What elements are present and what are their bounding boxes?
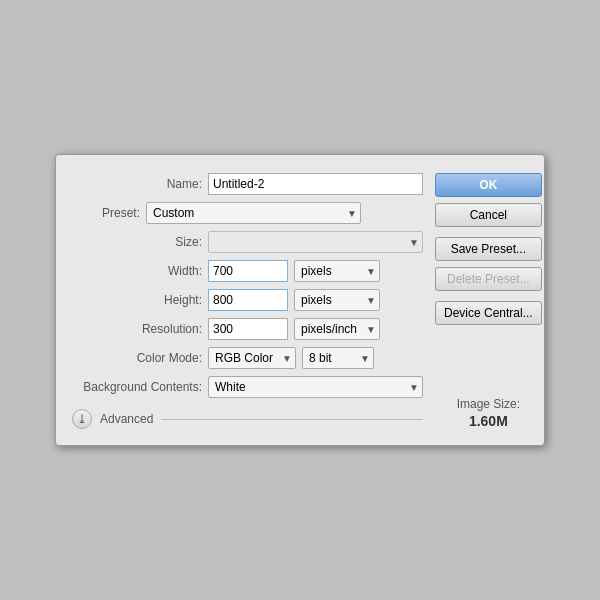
- advanced-label: Advanced: [100, 412, 153, 426]
- resolution-input[interactable]: [208, 318, 288, 340]
- image-size-area: Image Size: 1.60M: [435, 387, 542, 429]
- resolution-row: Resolution: pixels/inch pixels/cm ▼: [72, 318, 423, 340]
- resolution-label: Resolution:: [72, 322, 202, 336]
- new-document-dialog: Name: Preset: Custom Default Photoshop S…: [55, 154, 545, 446]
- advanced-row: ⤓ Advanced: [72, 409, 423, 429]
- save-preset-button[interactable]: Save Preset...: [435, 237, 542, 261]
- preset-label: Preset:: [72, 206, 140, 220]
- device-central-button[interactable]: Device Central...: [435, 301, 542, 325]
- colormode-row: Color Mode: Bitmap Grayscale RGB Color C…: [72, 347, 423, 369]
- width-unit-wrapper: pixels inches cm mm ▼: [294, 260, 380, 282]
- resolution-unit-wrapper: pixels/inch pixels/cm ▼: [294, 318, 380, 340]
- bgcontents-row: Background Contents: White Background Co…: [72, 376, 423, 398]
- name-input[interactable]: [208, 173, 423, 195]
- height-unit-select[interactable]: pixels inches cm mm: [294, 289, 380, 311]
- preset-row: Preset: Custom Default Photoshop Size U.…: [72, 202, 423, 224]
- bitdepth-select-wrapper: 8 bit 16 bit 32 bit ▼: [302, 347, 374, 369]
- image-size-label: Image Size:: [435, 397, 542, 411]
- preset-select-wrapper: Custom Default Photoshop Size U.S. Paper…: [146, 202, 361, 224]
- size-select-wrapper: ▼: [208, 231, 423, 253]
- height-input[interactable]: [208, 289, 288, 311]
- bgcontents-select-wrapper: White Background Color Transparent ▼: [208, 376, 423, 398]
- ok-button[interactable]: OK: [435, 173, 542, 197]
- width-input[interactable]: [208, 260, 288, 282]
- bgcontents-select[interactable]: White Background Color Transparent: [208, 376, 423, 398]
- size-row: Size: ▼: [72, 231, 423, 253]
- image-size-value: 1.60M: [435, 413, 542, 429]
- height-row: Height: pixels inches cm mm ▼: [72, 289, 423, 311]
- size-select[interactable]: [208, 231, 423, 253]
- width-unit-select[interactable]: pixels inches cm mm: [294, 260, 380, 282]
- right-panel: OK Cancel Save Preset... Delete Preset..…: [435, 173, 542, 429]
- size-label: Size:: [72, 235, 202, 249]
- advanced-toggle-button[interactable]: ⤓: [72, 409, 92, 429]
- width-label: Width:: [72, 264, 202, 278]
- name-label: Name:: [72, 177, 202, 191]
- left-panel: Name: Preset: Custom Default Photoshop S…: [72, 173, 423, 429]
- delete-preset-button[interactable]: Delete Preset...: [435, 267, 542, 291]
- cancel-button[interactable]: Cancel: [435, 203, 542, 227]
- colormode-select-wrapper: Bitmap Grayscale RGB Color CMYK Color La…: [208, 347, 296, 369]
- width-row: Width: pixels inches cm mm ▼: [72, 260, 423, 282]
- colormode-select[interactable]: Bitmap Grayscale RGB Color CMYK Color La…: [208, 347, 296, 369]
- colormode-label: Color Mode:: [72, 351, 202, 365]
- advanced-divider: [161, 419, 423, 420]
- bitdepth-select[interactable]: 8 bit 16 bit 32 bit: [302, 347, 374, 369]
- resolution-unit-select[interactable]: pixels/inch pixels/cm: [294, 318, 380, 340]
- name-row: Name:: [72, 173, 423, 195]
- height-unit-wrapper: pixels inches cm mm ▼: [294, 289, 380, 311]
- preset-select[interactable]: Custom Default Photoshop Size U.S. Paper…: [146, 202, 361, 224]
- bgcontents-label: Background Contents:: [72, 380, 202, 394]
- height-label: Height:: [72, 293, 202, 307]
